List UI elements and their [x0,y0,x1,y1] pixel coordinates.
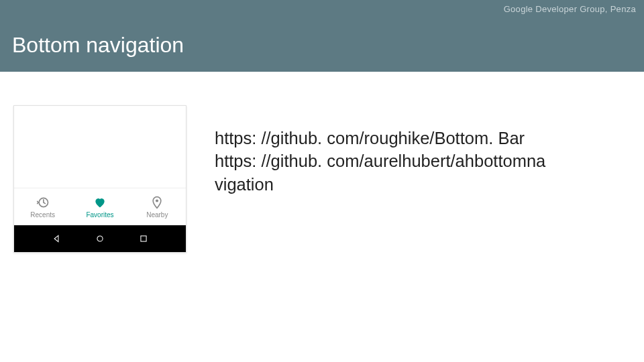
phone-blank-area [14,106,186,188]
title-bar: Bottom navigation [0,18,644,72]
android-back-icon[interactable] [51,233,62,244]
svg-point-2 [97,236,103,241]
android-home-icon[interactable] [95,233,105,244]
nav-label: Recents [30,211,55,219]
bottom-navigation: Recents Favorites Nearby [14,188,186,225]
nav-item-recents[interactable]: Recents [14,188,71,225]
nav-label: Favorites [86,211,113,219]
android-recent-icon[interactable] [138,233,149,244]
history-icon [36,195,50,210]
android-nav-bar [14,225,186,252]
header-bar: Google Developer Group, Penza [0,0,644,18]
content-area: Recents Favorites Nearby [0,72,644,362]
phone-mock: Recents Favorites Nearby [13,105,186,253]
nav-item-favorites[interactable]: Favorites [71,188,128,225]
pin-icon [150,195,164,210]
heart-icon [93,195,107,210]
page-title: Bottom navigation [12,33,184,58]
link-roughike[interactable]: https: //github. com/roughike/Bottom. Ba… [215,127,590,149]
links-block: https: //github. com/roughike/Bottom. Ba… [215,127,590,196]
svg-point-1 [156,199,158,202]
svg-rect-3 [141,236,146,241]
nav-label: Nearby [146,211,168,219]
header-org: Google Developer Group, Penza [504,4,636,14]
link-ahbottomnavigation-part1[interactable]: https: //github. com/aurelhubert/ahbotto… [215,149,590,172]
nav-item-nearby[interactable]: Nearby [129,188,186,225]
link-ahbottomnavigation-part2[interactable]: vigation [215,173,590,196]
